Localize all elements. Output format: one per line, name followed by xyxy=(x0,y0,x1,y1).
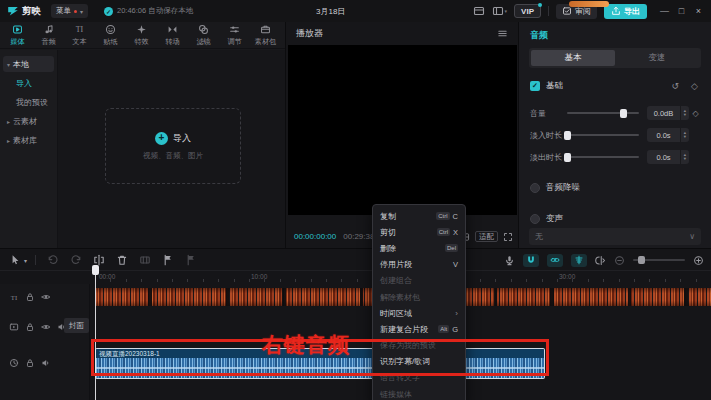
sidebar-item-import[interactable]: 导入 xyxy=(3,75,54,91)
tab-text[interactable]: TI文本 xyxy=(64,24,95,47)
fullscreen-icon[interactable] xyxy=(503,232,513,242)
lock-icon[interactable] xyxy=(25,292,35,302)
tab-transition[interactable]: 转场 xyxy=(157,24,188,47)
close-button[interactable]: × xyxy=(690,0,707,22)
lock-icon[interactable] xyxy=(25,358,35,368)
eye-icon[interactable] xyxy=(41,292,51,302)
checked-checkbox-icon[interactable]: ✓ xyxy=(530,81,540,91)
tool-dropdown-icon[interactable]: ▾ xyxy=(22,252,29,268)
marker-flag-icon[interactable] xyxy=(160,252,175,268)
volume-slider[interactable] xyxy=(567,112,639,114)
keyframe-diamond-icon[interactable]: ◇ xyxy=(689,109,702,118)
fit-dropdown[interactable]: 适配 xyxy=(475,231,498,242)
tab-audio[interactable]: 音频 xyxy=(33,24,64,47)
menu-item-new-compound-clip[interactable]: 新建复合片段AltG xyxy=(373,321,465,337)
delete-icon[interactable] xyxy=(114,252,129,268)
keyframe-diamond-icon[interactable]: ◇ xyxy=(691,81,698,91)
layout-panel-icon[interactable] xyxy=(473,5,485,17)
snap-toggle-icon[interactable] xyxy=(523,254,539,267)
filter-icon xyxy=(198,24,209,35)
volume-value[interactable]: 0.0dB xyxy=(647,106,680,120)
review-icon xyxy=(562,6,572,16)
sidebar-item-library[interactable]: ▸素材库 xyxy=(3,132,54,148)
text-track-icon[interactable]: TI xyxy=(9,292,19,302)
slider-handle[interactable] xyxy=(564,131,571,140)
review-label: 审阅 xyxy=(575,6,591,17)
checkbox-row-denoise[interactable]: 音频降噪 xyxy=(530,182,580,194)
record-mic-icon[interactable] xyxy=(504,255,515,266)
menu-item-delete[interactable]: 删除Del xyxy=(373,240,465,256)
video-viewport[interactable] xyxy=(288,45,517,215)
fade-out-slider[interactable] xyxy=(567,156,639,158)
unchecked-checkbox-icon[interactable] xyxy=(530,214,540,224)
import-button-label[interactable]: 导入 xyxy=(173,132,191,145)
zoom-in-icon[interactable] xyxy=(693,255,704,266)
timeline-toolbar: ▾ xyxy=(0,250,711,271)
audio-track-icon[interactable] xyxy=(9,358,19,368)
sidebar-item-cloud[interactable]: ▸云素材 xyxy=(3,113,54,129)
menu-item-label: 删除 xyxy=(380,243,396,254)
timeline-panel: ▾ 00:0010:0030:00 封面 视频直播20230318-1 TI xyxy=(0,248,711,400)
slider-handle[interactable] xyxy=(620,109,627,118)
zoom-out-icon[interactable] xyxy=(614,255,625,266)
speaker-icon[interactable] xyxy=(41,358,51,368)
sidebar-item-local[interactable]: ▾本地 xyxy=(3,56,54,72)
tab-basic[interactable]: 基本 xyxy=(531,50,615,66)
select-tool-icon[interactable] xyxy=(7,252,22,268)
key-letter: V xyxy=(453,260,458,269)
export-button[interactable]: 导出 xyxy=(604,4,647,19)
ruler-label: 10:00 xyxy=(251,273,267,280)
transition-icon xyxy=(167,24,178,35)
timeline-zoom-slider[interactable] xyxy=(633,259,685,261)
video-track-icon[interactable] xyxy=(9,322,19,332)
marker-flag2-icon xyxy=(183,252,198,268)
minimize-button[interactable]: — xyxy=(656,0,673,22)
tab-label: 音频 xyxy=(41,37,55,47)
svg-text:TI: TI xyxy=(11,294,17,301)
linkage-toggle-icon[interactable] xyxy=(547,254,563,267)
stepper[interactable]: ▴▾ xyxy=(680,106,689,120)
checkbox-row-voice-change[interactable]: 变声 xyxy=(530,213,563,225)
import-dropzone[interactable]: + 导入 视频、音频、图片 xyxy=(105,108,241,184)
player-menu-icon[interactable] xyxy=(497,28,508,39)
menu-item-disable-clip[interactable]: 停用片段V xyxy=(373,257,465,273)
chevron-down-icon: ▾ xyxy=(80,8,83,15)
stepper[interactable]: ▴▾ xyxy=(680,150,689,164)
lock-icon[interactable] xyxy=(25,322,35,332)
menu-button[interactable]: 菜单 ▾ xyxy=(51,4,88,18)
tab-filter[interactable]: 滤镜 xyxy=(188,24,219,47)
export-label: 导出 xyxy=(624,6,640,17)
menu-item-cut[interactable]: 剪切CtrlX xyxy=(373,224,465,240)
maximize-button[interactable]: □ xyxy=(673,0,690,22)
slider-handle[interactable] xyxy=(564,153,571,162)
tab-media[interactable]: 媒体 xyxy=(2,24,33,47)
vip-button[interactable]: VIP xyxy=(514,4,541,18)
stepper[interactable]: ▴▾ xyxy=(680,128,689,142)
player-title: 播放器 xyxy=(296,27,323,40)
menu-item-copy[interactable]: 复制CtrlC xyxy=(373,208,465,224)
fade-in-value[interactable]: 0.0s xyxy=(647,128,680,142)
tab-adjust[interactable]: 调节 xyxy=(219,24,250,47)
sidebar-label: 本地 xyxy=(13,59,29,70)
fade-in-slider[interactable] xyxy=(567,134,639,136)
eye-icon[interactable] xyxy=(41,322,51,332)
collapse-tracks-icon[interactable] xyxy=(595,255,606,266)
unchecked-checkbox-icon[interactable] xyxy=(530,183,540,193)
tab-speed[interactable]: 变速 xyxy=(615,50,699,66)
menu-item-time-range[interactable]: 时间区域› xyxy=(373,305,465,321)
tab-effects[interactable]: 特效 xyxy=(126,24,157,47)
cover-button[interactable]: 封面 xyxy=(64,318,89,333)
reset-icon[interactable]: ↺ xyxy=(672,81,680,91)
fade-out-value[interactable]: 0.0s xyxy=(647,150,680,164)
track-header-audio xyxy=(0,353,90,373)
slider-row-fade-out: 淡出时长0.0s▴▾ xyxy=(519,146,711,168)
preview-axis-toggle-icon[interactable] xyxy=(571,254,587,267)
tab-sticker[interactable]: 贴纸 xyxy=(95,24,126,47)
key-letter: X xyxy=(453,228,458,237)
slider-rows: 音量0.0dB▴▾◇淡入时长0.0s▴▾淡出时长0.0s▴▾ xyxy=(519,102,711,168)
layout-grid-icon[interactable]: ▾ xyxy=(492,5,508,17)
sidebar-item-presets[interactable]: 我的预设 xyxy=(3,94,54,110)
zoom-slider-handle[interactable] xyxy=(638,256,645,264)
tab-package[interactable]: 素材包 xyxy=(250,24,281,47)
voice-effect-select[interactable]: 无 ∨ xyxy=(529,228,701,245)
